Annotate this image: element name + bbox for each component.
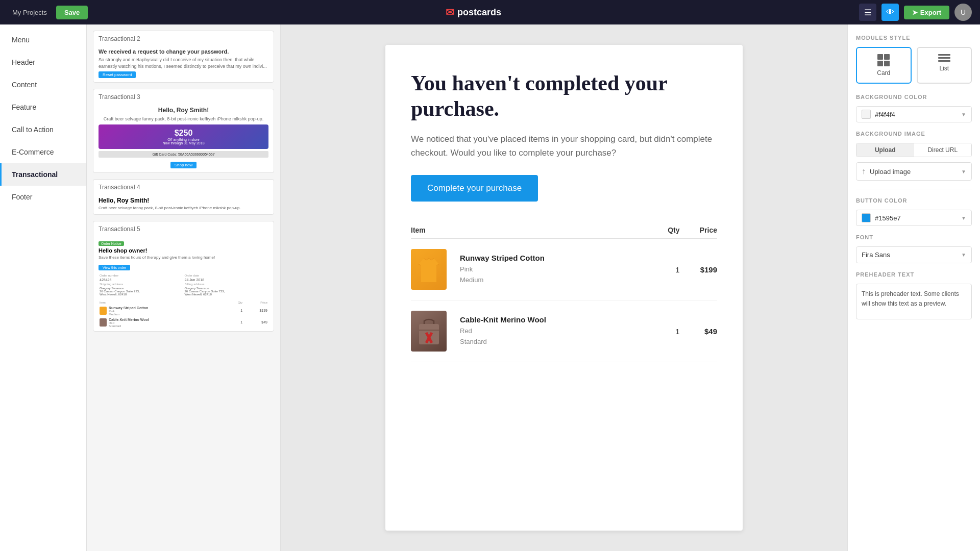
canvas-area: You haven't completed your purchase. We …	[281, 24, 847, 551]
save-button[interactable]: Save	[56, 6, 88, 19]
template-card-transactional-4[interactable]: Transactional 4 Hello, Roy Smith! Craft …	[93, 179, 274, 215]
product-image-cell-2	[411, 300, 452, 362]
direct-url-tab[interactable]: Direct URL	[914, 143, 972, 157]
sidebar-item-transactional[interactable]: Transactional	[0, 163, 86, 186]
list-line-1	[938, 54, 950, 56]
card-grid-icon	[877, 54, 890, 66]
col-price-header: Price	[680, 222, 717, 239]
module-style-card-btn[interactable]: Card	[856, 47, 912, 84]
font-value: Fira Sans	[862, 251, 961, 259]
preview-3-card-code: Gift Card Code: 50A56A536600054567	[99, 151, 268, 158]
button-color-row[interactable]: #1595e7 ▼	[856, 210, 972, 226]
product-image-sweater	[411, 249, 447, 290]
sidebar-item-cta[interactable]: Call to Action	[0, 118, 86, 141]
bg-color-value: #f4f4f4	[875, 111, 961, 118]
avatar[interactable]: U	[954, 4, 972, 21]
upload-image-label: Upload image	[870, 168, 961, 176]
my-projects-button[interactable]: My Projects	[8, 7, 51, 18]
preview-3-gift: $250 Off anything in storeNow through 31…	[99, 124, 268, 149]
preview-4-text: Craft beer selvage fanny pack, 8-bit pos…	[99, 206, 268, 210]
module-style-row: Card List	[856, 47, 972, 84]
right-panel: MODULES STYLE Card List BAC	[847, 24, 980, 551]
upload-image-row[interactable]: ↑ Upload image ▼	[856, 162, 972, 181]
template-label-4: Transactional 4	[93, 180, 274, 193]
product-qty-1: 1	[654, 239, 679, 300]
upload-icon: ↑	[862, 167, 866, 176]
grid-cell-2	[884, 54, 890, 60]
list-label: List	[939, 65, 949, 72]
product-info-1: Runway Striped Cotton Pink Medium	[452, 254, 654, 286]
export-arrow-icon: ➤	[912, 9, 918, 16]
template-label-2: Transactional 2	[93, 31, 274, 44]
product-variant-2: Red Standard	[460, 326, 654, 347]
grid-cell-4	[884, 61, 890, 66]
sidebar-item-footer[interactable]: Footer	[0, 186, 86, 208]
bg-image-title: BACKGROUND IMAGE	[856, 131, 972, 137]
bg-color-swatch	[862, 110, 871, 119]
product-price-1: $199	[680, 239, 717, 300]
template-panel: Transactional 2 We received a request to…	[87, 24, 281, 551]
grid-cell-3	[877, 61, 883, 66]
email-canvas: You haven't completed your purchase. We …	[385, 45, 743, 531]
export-button[interactable]: ➤ Export	[904, 6, 949, 19]
main-layout: Menu Header Content Feature Call to Acti…	[0, 24, 980, 551]
bg-image-section: Upload Direct URL ↑ Upload image ▼	[856, 143, 972, 181]
product-variant-1: Pink Medium	[460, 264, 654, 286]
preview-button[interactable]: 👁	[881, 4, 899, 21]
bg-color-title: BACKGROUND COLOR	[856, 94, 972, 100]
bg-image-tabs: Upload Direct URL	[856, 143, 972, 157]
list-line-3	[938, 60, 950, 62]
sidebar-item-content[interactable]: Content	[0, 73, 86, 96]
preview-3-gift-text: Off anything in storeNow through 31 May …	[103, 138, 264, 145]
col-qty-header: Qty	[654, 222, 679, 239]
preview-3-amount: $250	[103, 129, 264, 138]
product-name-2: Cable-Knit Merino Wool	[460, 315, 654, 324]
grid-cell-1	[877, 54, 883, 60]
bg-color-row[interactable]: #f4f4f4 ▼	[856, 106, 972, 122]
product-info-cell-1: Runway Striped Cotton Pink Medium	[452, 239, 654, 300]
product-image-bag	[411, 311, 447, 352]
product-price-2: $49	[680, 300, 717, 362]
preview-5-table: Order number Order date 425426 24 Jun 20…	[99, 273, 268, 296]
template-card-transactional-5[interactable]: Transactional 5 Order Notice Hello shop …	[93, 221, 274, 332]
preview-5-text: Save these items hours of therapy and gi…	[99, 255, 268, 260]
preview-5-title: Hello shop owner!	[99, 247, 268, 254]
sidebar-item-menu[interactable]: Menu	[0, 29, 86, 51]
brand-logo: ✉ postcards	[446, 6, 501, 18]
topbar: My Projects Save ✉ postcards ☰ 👁 ➤ Expor…	[0, 0, 980, 24]
list-lines-icon	[938, 54, 950, 62]
font-title: FONT	[856, 234, 972, 240]
preview-3-title: Hello, Roy Smith!	[99, 107, 268, 114]
hamburger-button[interactable]: ☰	[859, 4, 876, 21]
email-headline: You haven't completed your purchase.	[411, 70, 717, 122]
items-table: Item Qty Price	[411, 222, 717, 362]
product-info-2: Cable-Knit Merino Wool Red Standard	[452, 315, 654, 347]
product-info-cell-2: Cable-Knit Merino Wool Red Standard	[452, 300, 654, 362]
button-color-swatch	[862, 213, 871, 222]
topbar-left: My Projects Save	[8, 6, 88, 19]
product-name-1: Runway Striped Cotton	[460, 254, 654, 262]
button-color-title: BUTTON COLOR	[856, 197, 972, 204]
upload-tab[interactable]: Upload	[856, 143, 914, 157]
preview-2-btn: Reset password	[99, 71, 136, 78]
table-row: Runway Striped Cotton Pink Medium 1 $199	[411, 239, 717, 300]
upload-chevron-icon: ▼	[961, 169, 966, 174]
template-card-transactional-3[interactable]: Transactional 3 Hello, Roy Smith! Craft …	[93, 89, 274, 173]
sidebar-item-ecommerce[interactable]: E-Commerce	[0, 141, 86, 163]
font-row[interactable]: Fira Sans ▼	[856, 246, 972, 263]
sidebar-item-header[interactable]: Header	[0, 51, 86, 73]
col-item-header: Item	[411, 222, 654, 239]
preview-2-title: We received a request to change your pas…	[99, 48, 268, 55]
preview-5-view-btn: View this order	[99, 265, 130, 270]
template-card-transactional-2[interactable]: Transactional 2 We received a request to…	[93, 31, 274, 83]
email-subtext: We noticed that you've placed items in y…	[411, 132, 717, 160]
module-style-list-btn[interactable]: List	[917, 47, 972, 84]
product-image-cell-1	[411, 239, 452, 300]
brand-name: postcards	[457, 7, 501, 18]
template-preview-3: Hello, Roy Smith! Craft beer selvage fan…	[93, 103, 274, 172]
product-qty-2: 1	[654, 300, 679, 362]
list-line-2	[938, 57, 950, 59]
cta-button[interactable]: Complete your purchase	[411, 175, 538, 202]
card-label: Card	[877, 69, 890, 77]
sidebar-item-feature[interactable]: Feature	[0, 96, 86, 118]
